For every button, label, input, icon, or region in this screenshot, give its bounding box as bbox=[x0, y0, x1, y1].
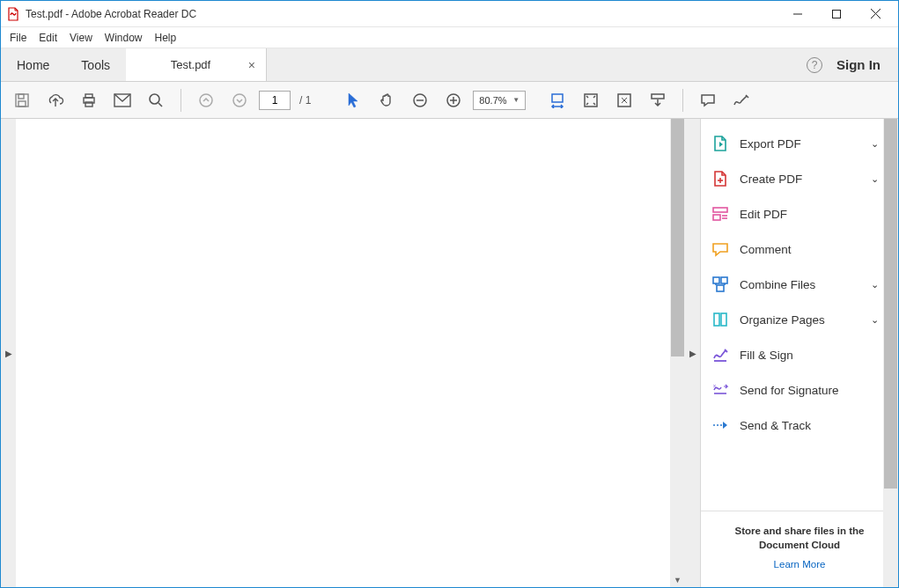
svg-line-12 bbox=[158, 103, 162, 107]
document-view[interactable]: ▼ bbox=[16, 119, 685, 587]
tool-label: Edit PDF bbox=[740, 208, 787, 221]
hand-tool-icon[interactable] bbox=[372, 86, 401, 114]
window-title: Test.pdf - Adobe Acrobat Reader DC bbox=[26, 8, 196, 20]
svg-rect-5 bbox=[18, 94, 24, 99]
tool-export-pdf[interactable]: Export PDF ⌄ bbox=[701, 126, 898, 161]
toolbar-separator bbox=[682, 89, 683, 112]
svg-rect-4 bbox=[16, 94, 28, 107]
tab-tools-label: Tools bbox=[81, 58, 110, 72]
tab-home[interactable]: Home bbox=[1, 48, 65, 81]
svg-rect-33 bbox=[714, 313, 719, 326]
tool-label: Export PDF bbox=[740, 137, 801, 151]
side-scrollbar[interactable] bbox=[883, 119, 898, 587]
export-pdf-icon bbox=[711, 135, 729, 152]
tools-list: Export PDF ⌄ Create PDF ⌄ Edit PDF Comme… bbox=[701, 119, 898, 443]
help-icon[interactable]: ? bbox=[807, 57, 822, 73]
title-bar: Test.pdf - Adobe Acrobat Reader DC bbox=[1, 1, 898, 27]
page-down-icon[interactable] bbox=[225, 86, 254, 114]
tab-row: Home Tools Test.pdf × ? Sign In bbox=[1, 48, 898, 82]
menu-file[interactable]: File bbox=[10, 32, 26, 44]
comment-tool-icon bbox=[711, 240, 729, 258]
combine-files-icon bbox=[711, 276, 729, 293]
svg-point-11 bbox=[150, 94, 159, 104]
print-icon[interactable] bbox=[75, 86, 103, 114]
svg-point-14 bbox=[233, 94, 246, 107]
right-panel-toggle[interactable]: ▶ bbox=[685, 119, 700, 587]
tab-home-label: Home bbox=[17, 58, 49, 72]
scrollbar-thumb[interactable] bbox=[884, 119, 897, 489]
read-mode-icon[interactable] bbox=[610, 86, 638, 114]
tool-edit-pdf[interactable]: Edit PDF bbox=[701, 196, 898, 232]
sign-icon[interactable] bbox=[727, 86, 755, 114]
zoom-in-icon[interactable] bbox=[439, 86, 468, 114]
svg-rect-23 bbox=[652, 94, 664, 99]
vertical-scrollbar[interactable]: ▼ bbox=[670, 119, 685, 587]
tool-create-pdf[interactable]: Create PDF ⌄ bbox=[701, 161, 898, 196]
tool-send-track[interactable]: Send & Track bbox=[701, 408, 898, 443]
email-icon[interactable] bbox=[108, 86, 136, 114]
svg-text:x: x bbox=[713, 383, 716, 388]
fill-sign-icon bbox=[711, 346, 729, 364]
tool-combine-files[interactable]: Combine Files ⌄ bbox=[701, 267, 898, 302]
selection-tool-icon[interactable] bbox=[339, 86, 367, 114]
tool-comment[interactable]: Comment bbox=[701, 232, 898, 267]
edit-pdf-icon bbox=[711, 205, 729, 223]
chevron-right-icon: ▶ bbox=[689, 349, 696, 358]
chevron-right-icon: ▶ bbox=[5, 349, 12, 358]
chevron-down-icon: ⌄ bbox=[871, 173, 879, 185]
view-switch-icon[interactable] bbox=[644, 86, 672, 114]
zoom-value: 80.7% bbox=[479, 95, 507, 106]
tab-document-label: Test.pdf bbox=[171, 58, 211, 71]
menu-help[interactable]: Help bbox=[155, 32, 177, 44]
tools-side-panel: Export PDF ⌄ Create PDF ⌄ Edit PDF Comme… bbox=[700, 119, 898, 587]
tool-organize-pages[interactable]: Organize Pages ⌄ bbox=[701, 302, 898, 337]
chevron-down-icon: ▼ bbox=[512, 96, 520, 104]
app-icon bbox=[6, 7, 20, 21]
menu-edit[interactable]: Edit bbox=[39, 32, 57, 44]
toolbar-separator bbox=[181, 89, 181, 112]
chevron-down-icon: ⌄ bbox=[871, 138, 879, 150]
fit-width-icon[interactable] bbox=[543, 86, 571, 114]
svg-rect-31 bbox=[721, 277, 727, 283]
left-panel-toggle[interactable]: ▶ bbox=[1, 119, 16, 587]
svg-point-13 bbox=[200, 94, 212, 107]
learn-more-link[interactable]: Learn More bbox=[710, 559, 889, 570]
tool-label: Comment bbox=[740, 243, 792, 256]
page-up-icon[interactable] bbox=[192, 86, 220, 114]
chevron-down-icon: ⌄ bbox=[871, 279, 879, 290]
organize-pages-icon bbox=[711, 311, 729, 328]
svg-rect-26 bbox=[713, 208, 727, 212]
send-track-icon bbox=[711, 416, 729, 434]
create-pdf-icon bbox=[711, 170, 729, 187]
tab-document[interactable]: Test.pdf × bbox=[126, 48, 267, 81]
page-number-input[interactable] bbox=[259, 91, 291, 110]
menu-view[interactable]: View bbox=[70, 32, 92, 44]
send-signature-icon: x bbox=[711, 381, 729, 399]
save-icon[interactable] bbox=[8, 86, 36, 114]
tool-fill-sign[interactable]: Fill & Sign bbox=[701, 337, 898, 372]
minimize-button[interactable] bbox=[778, 1, 817, 26]
svg-rect-30 bbox=[713, 277, 719, 283]
tab-tools[interactable]: Tools bbox=[65, 48, 126, 81]
maximize-button[interactable] bbox=[817, 1, 856, 26]
menu-window[interactable]: Window bbox=[105, 32, 143, 44]
sign-in-button[interactable]: Sign In bbox=[836, 57, 881, 72]
tool-label: Combine Files bbox=[740, 278, 815, 291]
svg-rect-1 bbox=[833, 10, 841, 18]
tool-send-signature[interactable]: x Send for Signature bbox=[701, 372, 898, 408]
close-button[interactable] bbox=[856, 1, 895, 26]
scroll-down-icon[interactable]: ▼ bbox=[670, 573, 685, 587]
cloud-icon[interactable] bbox=[41, 86, 70, 114]
footer-text: Store and share files in the Document Cl… bbox=[710, 524, 889, 552]
comment-icon[interactable] bbox=[694, 86, 722, 114]
tool-label: Send for Signature bbox=[740, 384, 839, 397]
zoom-out-icon[interactable] bbox=[406, 86, 434, 114]
svg-rect-8 bbox=[85, 94, 92, 98]
tab-close-icon[interactable]: × bbox=[248, 58, 255, 72]
fit-page-icon[interactable] bbox=[577, 86, 605, 114]
scrollbar-thumb[interactable] bbox=[671, 119, 684, 356]
menu-bar: File Edit View Window Help bbox=[1, 27, 898, 48]
svg-rect-6 bbox=[18, 101, 26, 107]
zoom-dropdown[interactable]: 80.7% ▼ bbox=[473, 91, 526, 110]
search-icon[interactable] bbox=[142, 86, 170, 114]
